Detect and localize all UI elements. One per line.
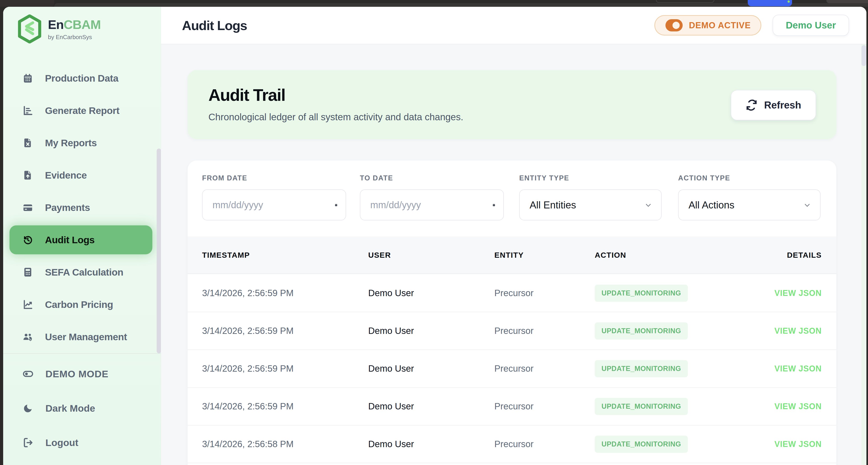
encbam-logo-icon xyxy=(18,14,41,43)
cell-entity: Precursor xyxy=(494,288,595,298)
refresh-label: Refresh xyxy=(764,99,801,111)
refresh-button[interactable]: Refresh xyxy=(731,90,816,120)
to-date-input[interactable] xyxy=(370,199,493,211)
cell-entity: Precursor xyxy=(494,439,595,449)
view-json-link[interactable]: VIEW JSON xyxy=(721,439,822,449)
demo-active-badge[interactable]: DEMO ACTIVE xyxy=(654,15,762,35)
col-user: USER xyxy=(368,251,494,259)
audit-trail-title: Audit Trail xyxy=(209,86,285,105)
table-row: 3/14/2026, 2:56:58 PMDemo UserPrecursorU… xyxy=(188,426,836,463)
sidebar-item-sefa-calculation[interactable]: SEFA Calculation xyxy=(9,258,152,287)
chart-line-icon xyxy=(23,299,33,310)
sidebar-item-carbon-pricing[interactable]: Carbon Pricing xyxy=(9,290,152,319)
table-row: 3/14/2026, 2:56:59 PMDemo UserPrecursorU… xyxy=(188,350,836,388)
cell-timestamp: 3/14/2026, 2:56:58 PM xyxy=(202,439,368,449)
sidebar-item-label: SEFA Calculation xyxy=(45,267,123,278)
action-badge: UPDATE_MONITORING xyxy=(595,322,688,340)
content-area: Audit Trail Chronological ledger of all … xyxy=(161,44,866,465)
action-type-select[interactable]: All Actions xyxy=(678,189,820,220)
entity-type-select[interactable]: All Entities xyxy=(519,189,662,220)
table-header-row: TIMESTAMP USER ENTITY ACTION DETAILS xyxy=(188,237,836,274)
screen: EnCBAM by EnCarbonSys Production DataGen… xyxy=(0,0,868,465)
moon-icon xyxy=(23,403,33,414)
file-up-icon xyxy=(23,170,33,180)
sidebar-scrollbar-thumb[interactable] xyxy=(157,149,161,353)
main-scrollbar-thumb[interactable] xyxy=(862,45,866,66)
cell-entity: Precursor xyxy=(494,326,595,336)
audit-log-card: FROM DATE TO DATE ENTITY TYPE ACTION TYP… xyxy=(188,160,836,465)
cell-user: Demo User xyxy=(368,288,494,298)
refresh-icon xyxy=(746,99,757,111)
sidebar-footer-label: Dark Mode xyxy=(45,403,95,414)
col-entity: ENTITY xyxy=(494,251,595,259)
sidebar-item-label: Payments xyxy=(45,202,90,213)
sidebar-item-my-reports[interactable]: My Reports xyxy=(9,128,152,157)
cell-action: UPDATE_MONITORING xyxy=(595,436,721,453)
table-row: 3/14/2026, 2:56:59 PMDemo UserPrecursorU… xyxy=(188,388,836,426)
header-controls: DEMO ACTIVE Demo User xyxy=(654,7,849,44)
sidebar-item-label: Evidence xyxy=(45,170,87,181)
sidebar-item-evidence[interactable]: Evidence xyxy=(9,161,152,190)
sidebar-footer-logout[interactable]: Logout xyxy=(9,426,152,460)
toggle-on-icon xyxy=(665,19,683,32)
sidebar-nav: Production DataGenerate ReportMy Reports… xyxy=(9,64,152,355)
page-title: Audit Logs xyxy=(182,18,247,33)
cell-action: UPDATE_MONITORING xyxy=(595,360,721,377)
credit-card-icon xyxy=(23,202,33,213)
calendar-icon xyxy=(23,73,33,84)
col-action: ACTION xyxy=(595,251,721,259)
action-badge: UPDATE_MONITORING xyxy=(595,285,688,302)
browser-blue-button[interactable] xyxy=(748,0,792,6)
from-date-input-wrap xyxy=(202,189,346,220)
sidebar-footer-demo-mode[interactable]: DEMO MODE xyxy=(9,357,152,391)
sidebar: EnCBAM by EnCarbonSys Production DataGen… xyxy=(3,7,161,465)
cell-action: UPDATE_MONITORING xyxy=(595,285,721,302)
cell-timestamp: 3/14/2026, 2:56:59 PM xyxy=(202,401,368,411)
sidebar-item-label: Generate Report xyxy=(45,105,119,116)
audit-trail-subtitle: Chronological ledger of all system activ… xyxy=(209,112,463,123)
calendar-icon[interactable] xyxy=(493,200,495,210)
user-button[interactable]: Demo User xyxy=(773,15,849,36)
browser-tab[interactable] xyxy=(0,0,54,7)
view-json-link[interactable]: VIEW JSON xyxy=(721,402,822,411)
users-gear-icon xyxy=(23,332,33,342)
table-body: 3/14/2026, 2:56:59 PMDemo UserPrecursorU… xyxy=(188,274,836,463)
sidebar-item-audit-logs[interactable]: Audit Logs xyxy=(9,225,152,254)
demo-active-label: DEMO ACTIVE xyxy=(689,21,751,30)
app-window: EnCBAM by EnCarbonSys Production DataGen… xyxy=(3,7,866,465)
browser-address-box[interactable] xyxy=(656,0,714,3)
view-json-link[interactable]: VIEW JSON xyxy=(721,364,822,373)
sidebar-item-user-management[interactable]: User Management xyxy=(9,322,152,351)
toggle-icon xyxy=(23,369,33,379)
entity-type-label: ENTITY TYPE xyxy=(519,174,569,182)
browser-right-button[interactable] xyxy=(827,0,868,3)
cell-user: Demo User xyxy=(368,364,494,374)
from-date-label: FROM DATE xyxy=(202,174,247,182)
sidebar-item-label: Audit Logs xyxy=(45,235,95,246)
brand-tagline: by EnCarbonSys xyxy=(48,34,101,41)
history-icon xyxy=(23,235,33,245)
sidebar-item-generate-report[interactable]: Generate Report xyxy=(9,96,152,125)
file-x-icon xyxy=(23,138,33,148)
sidebar-item-payments[interactable]: Payments xyxy=(9,193,152,222)
view-json-link[interactable]: VIEW JSON xyxy=(721,288,822,298)
calendar-icon[interactable] xyxy=(335,200,338,210)
sidebar-footer-dark-mode[interactable]: Dark Mode xyxy=(9,391,152,426)
col-timestamp: TIMESTAMP xyxy=(202,251,368,259)
sidebar-divider xyxy=(3,353,161,354)
brand[interactable]: EnCBAM by EnCarbonSys xyxy=(18,14,101,43)
chart-bar-icon xyxy=(23,105,33,116)
cell-user: Demo User xyxy=(368,439,494,449)
to-date-label: TO DATE xyxy=(360,174,393,182)
from-date-input[interactable] xyxy=(213,199,335,211)
browser-chrome-bar xyxy=(0,0,868,7)
brand-name: EnCBAM xyxy=(48,17,101,32)
main-scrollbar-track[interactable] xyxy=(861,44,866,465)
col-details: DETAILS xyxy=(721,251,822,259)
sidebar-item-label: Production Data xyxy=(45,73,119,84)
page-header: Audit Logs DEMO ACTIVE Demo User xyxy=(161,7,866,44)
view-json-link[interactable]: VIEW JSON xyxy=(721,326,822,336)
cell-timestamp: 3/14/2026, 2:56:59 PM xyxy=(202,364,368,374)
sidebar-item-production-data[interactable]: Production Data xyxy=(9,64,152,93)
chevron-down-icon xyxy=(645,201,652,209)
